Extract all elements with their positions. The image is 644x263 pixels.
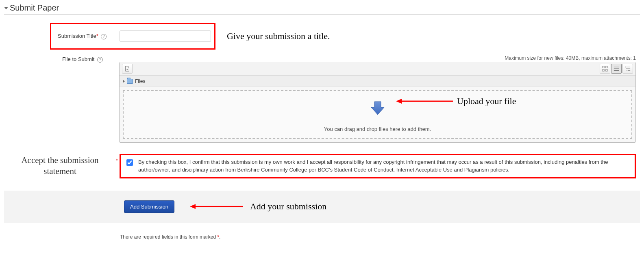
view-grid-button[interactable] (600, 64, 610, 74)
annotation-title: Give your submission a title. (227, 31, 330, 41)
required-footnote: There are required fields in this form m… (4, 223, 640, 248)
submission-title-input[interactable] (120, 30, 211, 42)
dropzone-text: You can drag and drop files here to add … (324, 126, 431, 132)
svg-point-10 (625, 67, 626, 67)
red-arrow-left-icon (396, 97, 453, 105)
view-list-button[interactable] (611, 64, 622, 74)
file-dropzone[interactable]: You can drag and drop files here to add … (123, 90, 632, 139)
tree-icon (625, 66, 631, 72)
file-add-icon (124, 66, 130, 72)
grid-icon (602, 66, 608, 72)
svg-rect-0 (603, 66, 604, 68)
svg-rect-1 (606, 66, 607, 68)
add-submission-button[interactable]: Add Submission (124, 200, 174, 213)
annotation-statement: Accept the submission statement (4, 154, 116, 177)
download-arrow-icon (370, 100, 386, 116)
file-breadcrumb[interactable]: Files (120, 76, 635, 87)
svg-rect-2 (603, 70, 604, 71)
file-limits-text: Maximum size for new files: 40MB, maximu… (108, 55, 640, 61)
caret-down-icon (4, 7, 8, 9)
statement-checkbox[interactable] (126, 159, 133, 166)
breadcrumb-label: Files (135, 78, 145, 84)
svg-point-12 (627, 70, 627, 71)
help-icon[interactable]: ? (101, 34, 107, 39)
svg-marker-14 (396, 99, 402, 104)
add-file-button[interactable] (122, 64, 133, 74)
statement-text: By checking this box, I confirm that thi… (138, 159, 631, 174)
section-header[interactable]: Submit Paper (4, 0, 640, 15)
svg-rect-3 (606, 70, 607, 71)
annotation-upload: Upload your file (457, 96, 516, 107)
file-picker: Files You can drag and drop files here t… (119, 62, 636, 143)
triangle-right-icon (123, 80, 125, 83)
help-icon[interactable]: ? (97, 57, 103, 63)
required-star: * (96, 33, 98, 39)
view-tree-button[interactable] (622, 64, 633, 74)
annotation-add-group: Add your submission (190, 201, 326, 212)
section-title: Submit Paper (10, 3, 59, 13)
annotation-upload-group: Upload your file (396, 96, 516, 107)
svg-point-11 (626, 68, 627, 69)
red-arrow-left-icon (190, 202, 243, 211)
file-picker-toolbar (120, 62, 635, 76)
submission-statement-box: By checking this box, I confirm that thi… (120, 154, 636, 178)
annotation-add: Add your submission (250, 201, 326, 212)
folder-icon (127, 79, 133, 84)
list-icon (614, 66, 619, 72)
action-bar: Add Submission Add your submission (4, 191, 640, 223)
file-to-submit-label: File to Submit ? (4, 54, 108, 63)
required-star: * (116, 157, 118, 163)
submission-title-label: Submission Title* ? (54, 33, 120, 39)
submission-title-highlight-box: Submission Title* ? (50, 23, 215, 50)
svg-marker-16 (190, 204, 196, 209)
